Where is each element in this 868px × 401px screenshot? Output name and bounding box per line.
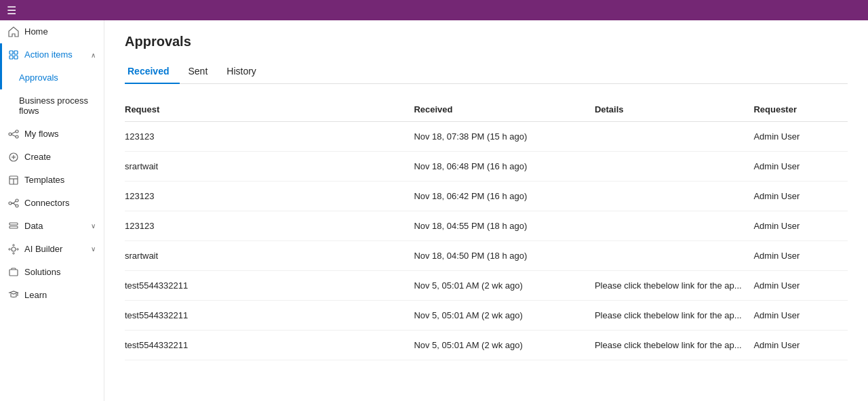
cell-details (595, 182, 754, 211)
svg-point-24 (17, 249, 18, 250)
svg-point-4 (9, 133, 12, 135)
main-content: Approvals Received Sent History Request … (104, 0, 868, 401)
svg-rect-3 (14, 56, 18, 59)
sidebar-item-solutions-label: Solutions (24, 267, 96, 278)
tab-sent[interactable]: Sent (185, 60, 218, 83)
sidebar-item-templates[interactable]: Templates (0, 169, 104, 192)
svg-point-17 (16, 205, 18, 207)
table-row[interactable]: srartwait Nov 18, 04:50 PM (18 h ago) Ad… (125, 241, 848, 271)
cell-request: test5544332211 (125, 271, 414, 301)
sidebar-item-create-label: Create (24, 152, 96, 163)
cell-details (595, 211, 754, 241)
cell-received: Nov 18, 06:48 PM (16 h ago) (414, 152, 595, 182)
action-items-chevron-icon: ∧ (91, 51, 96, 59)
sidebar-item-connectors[interactable]: Connectors (0, 192, 104, 215)
sidebar-item-learn-label: Learn (24, 290, 96, 301)
svg-line-7 (12, 131, 16, 133)
table-row[interactable]: 123123 Nov 18, 07:38 PM (15 h ago) Admin… (125, 122, 848, 152)
svg-rect-1 (14, 51, 18, 54)
svg-rect-0 (9, 51, 13, 54)
learn-icon (8, 290, 19, 301)
col-header-requester: Requester (753, 98, 848, 122)
cell-details: Please click thebelow link for the ap... (595, 301, 754, 331)
svg-point-15 (9, 202, 12, 205)
cell-received: Nov 18, 04:50 PM (18 h ago) (414, 241, 595, 271)
cell-requester: Admin User (753, 301, 848, 331)
data-chevron-icon: ∨ (91, 222, 96, 230)
sidebar-item-approvals[interactable]: Approvals (0, 66, 104, 89)
cell-received: Nov 18, 06:42 PM (16 h ago) (414, 182, 595, 211)
sidebar-item-home[interactable]: Home (0, 20, 104, 43)
svg-point-22 (13, 253, 14, 254)
sidebar-item-ai-builder[interactable]: AI Builder ∨ (0, 238, 104, 261)
cell-requester: Admin User (753, 182, 848, 211)
svg-point-5 (16, 130, 18, 133)
svg-rect-25 (9, 270, 18, 276)
page-title: Approvals (125, 34, 848, 49)
sidebar-item-create[interactable]: Create (0, 146, 104, 169)
cell-received: Nov 5, 05:01 AM (2 wk ago) (414, 301, 595, 331)
sidebar-item-my-flows-label: My flows (24, 129, 96, 140)
connectors-icon (8, 198, 19, 209)
ai-builder-chevron-icon: ∨ (91, 245, 96, 253)
sidebar-item-ai-builder-label: AI Builder (24, 244, 85, 255)
solutions-icon (8, 267, 19, 278)
table-row[interactable]: test5544332211 Nov 5, 05:01 AM (2 wk ago… (125, 301, 848, 331)
sidebar-item-approvals-label: Approvals (19, 72, 96, 83)
cell-received: Nov 18, 04:55 PM (18 h ago) (414, 211, 595, 241)
cell-request: test5544332211 (125, 331, 414, 360)
sidebar-item-home-label: Home (24, 26, 96, 37)
hamburger-icon[interactable]: ☰ (7, 4, 16, 17)
my-flows-icon (8, 129, 19, 140)
topbar: ☰ (0, 0, 868, 20)
templates-icon (8, 175, 19, 186)
svg-rect-19 (9, 226, 18, 228)
sidebar-item-solutions[interactable]: Solutions (0, 261, 104, 284)
cell-received: Nov 5, 05:01 AM (2 wk ago) (414, 271, 595, 301)
tabs-bar: Received Sent History (125, 60, 848, 84)
home-icon (8, 26, 19, 37)
sidebar-item-action-items-label: Action items (24, 49, 85, 60)
cell-details: Please click thebelow link for the ap... (595, 331, 754, 360)
create-icon (8, 152, 19, 163)
svg-rect-18 (9, 223, 18, 225)
sidebar-item-templates-label: Templates (24, 175, 96, 186)
ai-builder-icon (8, 244, 19, 255)
cell-request: 123123 (125, 122, 414, 152)
svg-point-16 (16, 199, 18, 202)
sidebar-item-data[interactable]: Data ∨ (0, 215, 104, 238)
cell-details (595, 241, 754, 271)
sidebar-item-action-items[interactable]: Action items ∧ (0, 43, 104, 66)
sidebar-item-bpf-label: Business process flows (19, 96, 96, 117)
col-header-request: Request (125, 98, 414, 122)
tab-history[interactable]: History (224, 60, 267, 83)
sidebar-item-my-flows[interactable]: My flows (0, 123, 104, 146)
svg-point-21 (13, 245, 14, 246)
tab-received[interactable]: Received (125, 60, 180, 83)
table-row[interactable]: srartwait Nov 18, 06:48 PM (16 h ago) Ad… (125, 152, 848, 182)
sidebar-item-learn[interactable]: Learn (0, 284, 104, 307)
table-row[interactable]: test5544332211 Nov 5, 05:01 AM (2 wk ago… (125, 331, 848, 360)
svg-point-20 (12, 247, 16, 251)
col-header-details: Details (595, 98, 754, 122)
table-row[interactable]: test5544332211 Nov 5, 05:01 AM (2 wk ago… (125, 271, 848, 301)
svg-rect-2 (9, 56, 13, 59)
sidebar-item-data-label: Data (24, 221, 85, 232)
sidebar-item-connectors-label: Connectors (24, 198, 96, 209)
sidebar-sub-action-items: Approvals Business process flows (0, 66, 104, 123)
cell-requester: Admin User (753, 211, 848, 241)
svg-line-8 (12, 134, 16, 136)
cell-request: srartwait (125, 241, 414, 271)
cell-requester: Admin User (753, 152, 848, 182)
cell-details (595, 122, 754, 152)
sidebar-item-business-process-flows[interactable]: Business process flows (0, 89, 104, 123)
svg-point-23 (9, 249, 10, 250)
sidebar: Home Action items ∧ Approvals Business p… (0, 0, 104, 401)
approvals-table: Request Received Details Requester 12312… (125, 98, 848, 360)
cell-request: 123123 (125, 211, 414, 241)
cell-requester: Admin User (753, 271, 848, 301)
table-row[interactable]: 123123 Nov 18, 06:42 PM (16 h ago) Admin… (125, 182, 848, 211)
cell-details (595, 152, 754, 182)
table-row[interactable]: 123123 Nov 18, 04:55 PM (18 h ago) Admin… (125, 211, 848, 241)
action-items-icon (8, 49, 19, 60)
